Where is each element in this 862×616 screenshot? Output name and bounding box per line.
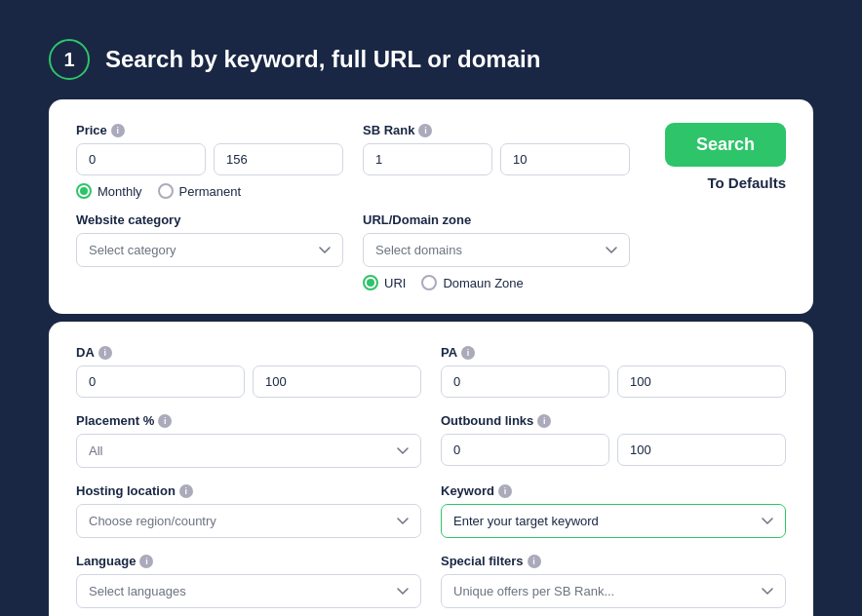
category-domain-row: Website category Select category URL/Dom… bbox=[76, 212, 786, 290]
da-pa-row: DA i PA i bbox=[76, 345, 786, 398]
special-info-icon: i bbox=[528, 555, 541, 568]
step-badge: 1 bbox=[49, 39, 90, 80]
placement-select[interactable]: All bbox=[76, 434, 421, 468]
pa-section: PA i bbox=[441, 345, 786, 398]
pa-min-input[interactable] bbox=[441, 366, 609, 398]
search-button[interactable]: Search bbox=[665, 123, 786, 167]
domain-zone-radio[interactable] bbox=[421, 275, 437, 290]
sbrank-info-icon: i bbox=[418, 124, 432, 137]
domain-section: URL/Domain zone Select domains URI Domau… bbox=[363, 212, 630, 290]
language-info-icon: i bbox=[139, 555, 153, 568]
outbound-info-icon: i bbox=[537, 414, 551, 428]
monthly-radio-label[interactable]: Monthly bbox=[76, 183, 142, 199]
language-select[interactable]: Select languages bbox=[76, 574, 421, 608]
pa-max-input[interactable] bbox=[617, 366, 786, 398]
sb-rank-inputs bbox=[363, 143, 630, 175]
to-defaults-button[interactable]: To Defaults bbox=[707, 174, 786, 191]
hosting-label: Hosting location i bbox=[76, 483, 421, 498]
placement-section: Placement % i All bbox=[76, 413, 421, 468]
price-frequency-row: Monthly Permanent bbox=[76, 183, 343, 199]
price-inputs bbox=[76, 143, 343, 175]
keyword-info-icon: i bbox=[498, 484, 512, 498]
price-label: Price i bbox=[76, 123, 343, 137]
sbrank-max-input[interactable] bbox=[500, 143, 630, 175]
sb-rank-section: SB Rank i bbox=[363, 123, 630, 175]
price-section: Price i Monthly Permanent bbox=[76, 123, 343, 199]
uri-radio-label[interactable]: URI bbox=[363, 275, 406, 290]
price-info-icon: i bbox=[111, 124, 125, 137]
da-max-input[interactable] bbox=[253, 366, 421, 398]
outbound-inputs bbox=[441, 434, 786, 466]
da-label: DA i bbox=[76, 345, 421, 360]
special-label: Special filters i bbox=[441, 554, 786, 568]
pa-label: PA i bbox=[441, 345, 786, 360]
hosting-keyword-row: Hosting location i Choose region/country… bbox=[76, 483, 786, 538]
sbrank-min-input[interactable] bbox=[363, 143, 492, 175]
placement-outbound-row: Placement % i All Outbound links i bbox=[76, 413, 786, 468]
category-select[interactable]: Select category bbox=[76, 233, 343, 267]
language-label: Language i bbox=[76, 554, 421, 568]
hosting-select[interactable]: Choose region/country bbox=[76, 504, 421, 538]
hosting-info-icon: i bbox=[179, 484, 193, 498]
permanent-radio[interactable] bbox=[158, 183, 174, 199]
hosting-section: Hosting location i Choose region/country bbox=[76, 483, 421, 538]
permanent-radio-label[interactable]: Permanent bbox=[158, 183, 242, 199]
category-section: Website category Select category bbox=[76, 212, 343, 267]
sb-rank-label: SB Rank i bbox=[363, 123, 630, 137]
bottom-card: DA i PA i bbox=[49, 322, 813, 616]
page-header: 1 Search by keyword, full URL or domain bbox=[49, 39, 813, 80]
pa-inputs bbox=[441, 366, 786, 398]
price-sbrank-row: Price i Monthly Permanent bbox=[76, 123, 786, 199]
price-min-input[interactable] bbox=[76, 143, 206, 175]
domain-label: URL/Domain zone bbox=[363, 212, 630, 227]
top-card: Price i Monthly Permanent bbox=[49, 99, 813, 314]
da-min-input[interactable] bbox=[76, 366, 245, 398]
language-special-row: Language i Select languages Special filt… bbox=[76, 554, 786, 608]
page-title: Search by keyword, full URL or domain bbox=[105, 46, 540, 73]
da-inputs bbox=[76, 366, 421, 398]
domain-select[interactable]: Select domains bbox=[363, 233, 630, 267]
placement-label: Placement % i bbox=[76, 413, 421, 428]
price-max-input[interactable] bbox=[214, 143, 343, 175]
outbound-section: Outbound links i bbox=[441, 413, 786, 466]
keyword-section: Keyword i Enter your target keyword bbox=[441, 483, 786, 538]
outbound-max-input[interactable] bbox=[617, 434, 786, 466]
uri-row: URI Domaun Zone bbox=[363, 275, 630, 290]
domain-zone-radio-label[interactable]: Domaun Zone bbox=[421, 275, 523, 290]
da-info-icon: i bbox=[98, 346, 112, 360]
keyword-label: Keyword i bbox=[441, 483, 786, 498]
placement-info-icon: i bbox=[158, 414, 172, 428]
outbound-label: Outbound links i bbox=[441, 413, 786, 428]
monthly-radio[interactable] bbox=[76, 183, 92, 199]
keyword-select[interactable]: Enter your target keyword bbox=[441, 504, 786, 538]
language-section: Language i Select languages bbox=[76, 554, 421, 608]
search-section: Search To Defaults bbox=[649, 123, 786, 191]
uri-radio[interactable] bbox=[363, 275, 378, 290]
pa-info-icon: i bbox=[461, 346, 475, 360]
category-label: Website category bbox=[76, 212, 343, 227]
outbound-min-input[interactable] bbox=[441, 434, 609, 466]
special-section: Special filters i Unique offers per SB R… bbox=[441, 554, 786, 608]
da-section: DA i bbox=[76, 345, 421, 398]
special-select[interactable]: Unique offers per SB Rank... bbox=[441, 574, 786, 608]
